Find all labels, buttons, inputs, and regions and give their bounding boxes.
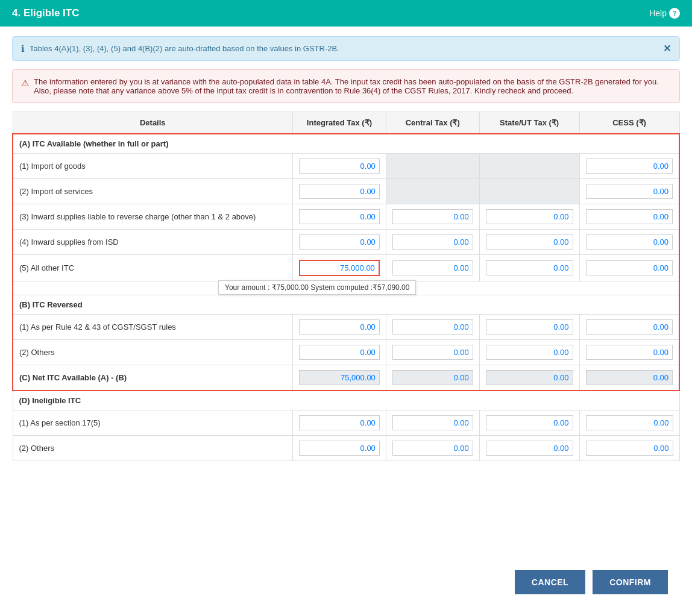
row-b2-cess-input[interactable] xyxy=(586,345,673,360)
footer-buttons: CANCEL CONFIRM xyxy=(12,558,680,606)
tooltip-row: Your amount : ₹75,000.00 System computed… xyxy=(13,281,679,295)
info-banner-message: Tables 4(A)(1), (3), (4), (5) and 4(B)(2… xyxy=(30,44,339,53)
row-a5-stax-input[interactable] xyxy=(486,260,573,275)
section-a-header: (A) ITC Available (whether in full or pa… xyxy=(13,134,679,154)
row-b2-stax-cell xyxy=(479,340,579,365)
col-header-details: Details xyxy=(13,112,293,134)
row-d2-itax-cell xyxy=(293,436,386,461)
row-b2-itax-input[interactable] xyxy=(299,345,380,360)
page-wrapper: 4. Eligible ITC Help ? ℹ Tables 4(A)(1),… xyxy=(0,0,692,616)
row-a3-itax-input[interactable] xyxy=(299,209,380,224)
row-b1-stax-input[interactable] xyxy=(486,319,573,335)
col-header-central-tax: Central Tax (₹) xyxy=(386,112,479,134)
row-b1: (1) As per Rule 42 & 43 of CGST/SGST rul… xyxy=(13,315,679,340)
col-header-integrated-tax: Integrated Tax (₹) xyxy=(293,112,386,134)
row-b1-cess-input[interactable] xyxy=(586,319,673,335)
confirm-button[interactable]: CONFIRM xyxy=(593,570,668,594)
row-b2-stax-input[interactable] xyxy=(486,345,573,360)
row-a2-cess-input[interactable] xyxy=(586,184,673,199)
row-d1-label: (1) As per section 17(5) xyxy=(13,410,293,436)
page-title: 4. Eligible ITC xyxy=(12,7,79,19)
row-a2-label: (2) Import of services xyxy=(13,179,293,204)
row-a2-itax-cell xyxy=(293,179,386,204)
row-a1-cess-input[interactable] xyxy=(586,159,673,174)
row-b1-itax-cell xyxy=(293,315,386,340)
row-b1-stax-cell xyxy=(479,315,579,340)
row-a1-itax-input[interactable] xyxy=(299,159,380,174)
close-banner-button[interactable]: ✕ xyxy=(663,43,671,54)
row-b2-ctax-input[interactable] xyxy=(392,345,473,360)
row-b1-label: (1) As per Rule 42 & 43 of CGST/SGST rul… xyxy=(13,315,293,340)
help-button[interactable]: Help ? xyxy=(649,8,680,19)
cancel-button[interactable]: CANCEL xyxy=(515,570,585,594)
row-d2-cess-cell xyxy=(579,436,679,461)
row-a2: (2) Import of services xyxy=(13,179,679,204)
row-a5-ctax-input[interactable] xyxy=(392,260,473,275)
row-d1-ctax-input[interactable] xyxy=(392,415,473,430)
row-a4-label: (4) Inward supplies from ISD xyxy=(13,230,293,255)
header: 4. Eligible ITC Help ? xyxy=(0,0,692,27)
row-d1-stax-cell xyxy=(479,410,579,436)
row-d1-cess-input[interactable] xyxy=(586,415,673,430)
row-a1-itax-cell xyxy=(293,154,386,179)
row-d2-label: (2) Others xyxy=(13,436,293,461)
row-a4-itax-cell xyxy=(293,230,386,255)
row-a1-cess-cell xyxy=(579,154,679,179)
help-icon: ? xyxy=(669,8,680,19)
row-a3-ctax-cell xyxy=(386,204,479,230)
row-b1-ctax-input[interactable] xyxy=(392,319,473,335)
row-a2-ctax-cell xyxy=(386,179,479,204)
row-d2-itax-input[interactable] xyxy=(299,441,380,456)
row-a4-itax-input[interactable] xyxy=(299,234,380,250)
section-a-label: (A) ITC Available (whether in full or pa… xyxy=(13,134,679,154)
row-d1: (1) As per section 17(5) xyxy=(13,410,679,436)
row-c-cess-cell xyxy=(579,365,679,391)
col-header-cess: CESS (₹) xyxy=(579,112,679,134)
row-a5-cess-input[interactable] xyxy=(586,260,673,275)
row-a2-itax-input[interactable] xyxy=(299,184,380,199)
row-c-itax-cell xyxy=(293,365,386,391)
section-b-header: (B) ITC Reversed xyxy=(13,295,679,315)
section-b-label: (B) ITC Reversed xyxy=(13,295,679,315)
row-d1-itax-input[interactable] xyxy=(299,415,380,430)
row-a3-cess-input[interactable] xyxy=(586,209,673,224)
row-c-itax-input xyxy=(299,370,380,385)
row-b1-cess-cell xyxy=(579,315,679,340)
info-banner-text: ℹ Tables 4(A)(1), (3), (4), (5) and 4(B)… xyxy=(21,43,339,54)
warning-icon: ⚠ xyxy=(21,78,29,89)
row-b2-cess-cell xyxy=(579,340,679,365)
row-d1-itax-cell xyxy=(293,410,386,436)
row-a5-itax-cell xyxy=(293,255,386,281)
info-icon: ℹ xyxy=(21,43,25,54)
row-d1-stax-input[interactable] xyxy=(486,415,573,430)
help-label: Help xyxy=(649,8,667,18)
row-d2-ctax-input[interactable] xyxy=(392,441,473,456)
row-d2-ctax-cell xyxy=(386,436,479,461)
row-a5-label: (5) All other ITC xyxy=(13,255,293,281)
row-a2-cess-cell xyxy=(579,179,679,204)
row-a4-ctax-input[interactable] xyxy=(392,234,473,250)
row-a3-cess-cell xyxy=(579,204,679,230)
variance-tooltip: Your amount : ₹75,000.00 System computed… xyxy=(218,280,416,295)
row-c-stax-input xyxy=(486,370,573,385)
row-b1-itax-input[interactable] xyxy=(299,319,380,335)
row-a5-stax-cell xyxy=(479,255,579,281)
row-a4-cess-input[interactable] xyxy=(586,234,673,250)
row-a4-ctax-cell xyxy=(386,230,479,255)
row-d2-stax-input[interactable] xyxy=(486,441,573,456)
row-a4-stax-input[interactable] xyxy=(486,234,573,250)
col-header-state-tax: State/UT Tax (₹) xyxy=(479,112,579,134)
row-a1-stax-cell xyxy=(479,154,579,179)
row-a4-stax-cell xyxy=(479,230,579,255)
row-a3-itax-cell xyxy=(293,204,386,230)
warning-message: The information entered by you is at var… xyxy=(34,77,671,95)
row-a3-ctax-input[interactable] xyxy=(392,209,473,224)
row-a3-stax-input[interactable] xyxy=(486,209,573,224)
row-c-stax-cell xyxy=(479,365,579,391)
row-a1-label: (1) Import of goods xyxy=(13,154,293,179)
row-a5-itax-input[interactable] xyxy=(299,260,380,276)
row-a2-stax-cell xyxy=(479,179,579,204)
row-a4-cess-cell xyxy=(579,230,679,255)
row-d2-cess-input[interactable] xyxy=(586,441,673,456)
section-d-label: (D) Ineligible ITC xyxy=(13,391,679,410)
